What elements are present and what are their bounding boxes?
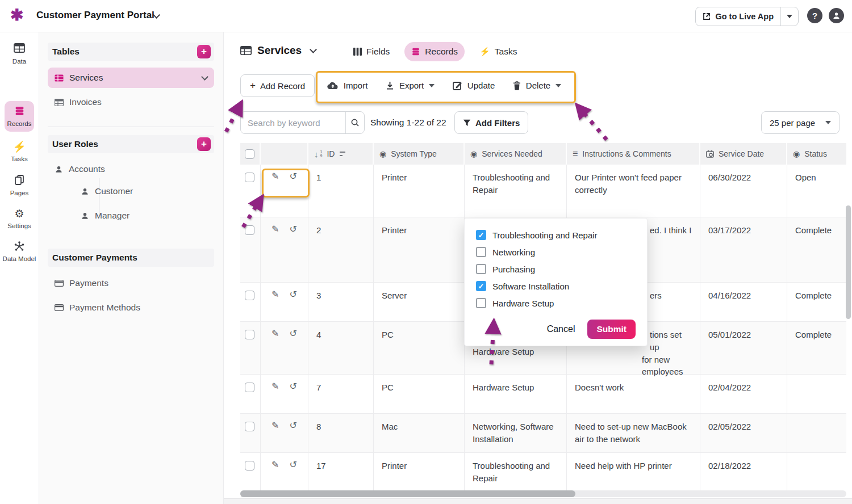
cell-status[interactable]: Open [787,165,846,217]
popup-option[interactable]: Hardware Setup [476,295,636,312]
cell-instructions[interactable]: Need to set-up new MacBook air to the ne… [567,414,700,452]
cell-status[interactable] [787,414,846,452]
select-all-checkbox[interactable] [245,149,254,159]
cell-system-type[interactable]: Printer [374,217,465,282]
cell-id[interactable]: 17 [308,453,374,493]
row-checkbox[interactable] [245,383,254,392]
rail-item-pages[interactable]: Pages [0,175,39,196]
update-button[interactable]: Update [453,81,495,90]
cell-services-needed[interactable]: Networking, Software Installation [465,414,567,452]
column-header-instructions[interactable]: ≡ Instructions & Comments [567,143,700,165]
vertical-scrollbar-thumb[interactable] [846,205,851,319]
cell-id[interactable]: 8 [308,414,374,452]
cell-status[interactable]: Complete [787,283,846,321]
cell-services-needed[interactable]: Troubleshooting and Repair [465,453,567,493]
cell-instructions[interactable]: Need help with HP printer [567,453,700,493]
add-table-button[interactable]: + [197,45,211,58]
edit-record-icon[interactable]: ✎ [272,172,279,181]
checkbox-unchecked[interactable] [476,298,486,308]
submit-button[interactable]: Submit [587,320,636,339]
rail-item-records[interactable]: Records [0,106,39,127]
edit-record-icon[interactable]: ✎ [272,460,279,469]
sidebar-item-invoices[interactable]: Invoices [48,92,214,112]
column-header-id[interactable]: ↓ 19 ID [308,143,374,165]
column-header-services-needed[interactable]: ◉ Services Needed [465,143,567,165]
edit-record-icon[interactable]: ✎ [272,382,279,391]
cell-status[interactable]: Complete [787,217,846,282]
search-input[interactable] [241,112,345,133]
cell-id[interactable]: 4 [308,322,374,374]
cell-service-date[interactable]: 02/05/2022 [700,414,787,452]
row-checkbox[interactable] [245,225,254,235]
cell-service-date[interactable]: 03/17/2022 [700,217,787,282]
checkbox-checked[interactable] [476,281,486,291]
add-record-button[interactable]: + Add Record [240,74,315,97]
record-history-icon[interactable]: ↺ [290,421,297,430]
cell-id[interactable]: 7 [308,375,374,413]
cell-services-needed[interactable]: Troubleshooting and Repair [465,165,567,217]
tab-tasks[interactable]: ⚡ Tasks [473,42,524,61]
per-page-select[interactable]: 25 per page [761,111,840,134]
sidebar-item-payment-methods[interactable]: Payment Methods [48,298,214,317]
help-button[interactable]: ? [807,8,822,23]
edit-record-icon[interactable]: ✎ [272,225,279,234]
search-button[interactable] [345,112,364,133]
popup-option[interactable]: Troubleshooting and Repair [476,226,636,243]
cell-service-date[interactable]: 02/04/2022 [700,375,787,413]
chevron-down-icon[interactable] [201,73,208,81]
record-history-icon[interactable]: ↺ [290,460,297,469]
row-checkbox[interactable] [245,422,254,431]
record-history-icon[interactable]: ↺ [290,172,297,181]
add-user-role-button[interactable]: + [197,137,211,151]
cell-system-type[interactable]: Printer [374,165,465,217]
cell-service-date[interactable]: 05/01/2022 [700,322,787,374]
sidebar-item-accounts[interactable]: Accounts [48,160,214,178]
go-to-live-app-button[interactable]: Go to Live App [696,12,780,21]
cell-system-type[interactable]: Mac [374,414,465,452]
checkbox-checked[interactable] [476,230,486,240]
cell-system-type[interactable]: Server [374,283,465,321]
edit-record-icon[interactable]: ✎ [272,329,279,338]
row-checkbox[interactable] [245,330,254,339]
column-header-system-type[interactable]: ◉ System Type [374,143,465,165]
rail-item-tasks[interactable]: ⚡ Tasks [0,141,39,162]
edit-record-icon[interactable]: ✎ [272,290,279,299]
row-checkbox[interactable] [245,461,254,471]
cell-system-type[interactable]: PC [374,322,465,374]
cell-system-type[interactable]: PC [374,375,465,413]
sidebar-item-manager[interactable]: Manager [74,207,214,225]
cell-instructions[interactable]: Doesn't work [567,375,700,413]
checkbox-unchecked[interactable] [476,247,486,257]
delete-button[interactable]: Delete [513,81,561,90]
sidebar-item-services[interactable]: Services [48,68,214,88]
cell-id[interactable]: 3 [308,283,374,321]
record-history-icon[interactable]: ↺ [290,329,297,338]
checkbox-unchecked[interactable] [476,264,486,274]
account-button[interactable] [829,8,844,23]
cell-instructions[interactable]: Our Printer won't feed paper correctly [567,165,700,217]
sidebar-item-payments[interactable]: Payments [48,274,214,293]
cell-services-needed[interactable]: Hardware Setup [465,375,567,413]
entity-switcher-chevron-icon[interactable] [310,46,317,53]
export-button[interactable]: Export [386,81,435,90]
cell-system-type[interactable]: Printer [374,453,465,493]
popup-option[interactable]: Software Installation [476,278,636,295]
app-logo-icon[interactable]: ✱ [10,7,23,24]
rail-item-data-model[interactable]: Data Model [0,241,39,262]
cell-service-date[interactable]: 06/30/2022 [700,165,787,217]
popup-option[interactable]: Networking [476,243,636,261]
row-checkbox[interactable] [245,173,254,182]
cancel-button[interactable]: Cancel [547,324,575,334]
go-to-live-app-dropdown[interactable] [780,7,798,26]
cell-id[interactable]: 1 [308,165,374,217]
sidebar-item-customer[interactable]: Customer [74,182,214,200]
record-history-icon[interactable]: ↺ [290,382,297,391]
tab-records[interactable]: Records [404,42,465,61]
row-checkbox[interactable] [245,291,254,300]
rail-item-data[interactable]: Data [0,43,39,65]
edit-record-icon[interactable]: ✎ [272,421,279,430]
record-history-icon[interactable]: ↺ [290,290,297,299]
add-filters-button[interactable]: Add Filters [454,111,528,134]
popup-option[interactable]: Purchasing [476,261,636,278]
horizontal-scrollbar[interactable] [240,490,846,497]
